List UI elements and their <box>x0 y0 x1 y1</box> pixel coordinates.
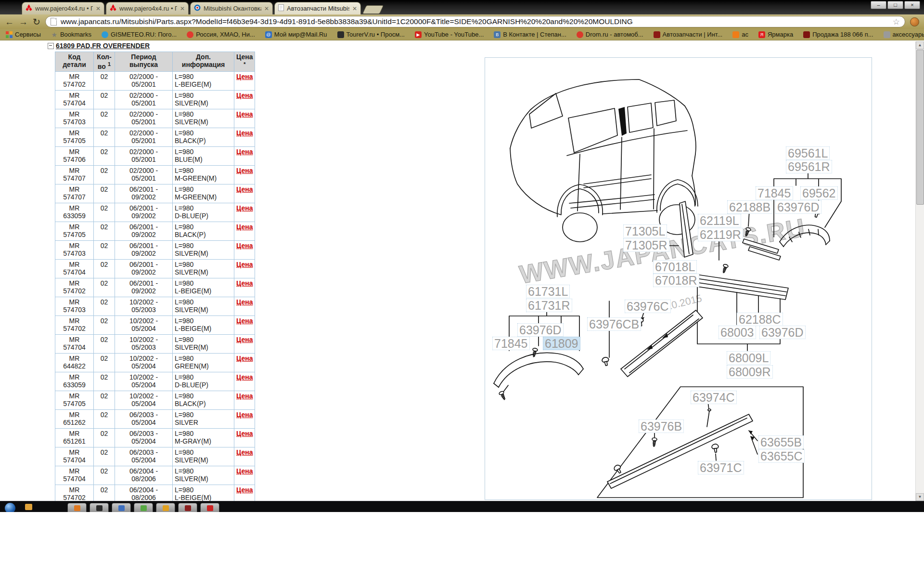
minimize-button[interactable]: – <box>871 1 886 9</box>
part-label-63974C[interactable]: 63974C <box>691 391 737 404</box>
close-button[interactable]: × <box>904 1 920 9</box>
reload-icon[interactable]: ↻ <box>33 17 40 26</box>
tab-close-icon[interactable]: ✕ <box>96 5 101 12</box>
part-label-62188C[interactable]: 62188C <box>737 313 783 326</box>
part-label-61731L[interactable]: 61731L <box>526 285 570 298</box>
bookmark-item-5[interactable]: @Мой мир@Mail.Ru <box>265 31 327 38</box>
price-link[interactable]: Цена <box>236 185 253 193</box>
price-link[interactable]: Цена <box>236 411 253 419</box>
price-link[interactable]: Цена <box>236 92 253 99</box>
price-link[interactable]: Цена <box>236 279 253 287</box>
scroll-down-icon[interactable]: ▼ <box>916 493 924 501</box>
scroll-up-icon[interactable]: ▲ <box>916 41 924 49</box>
price-link[interactable]: Цена <box>236 298 253 306</box>
part-label-69561L[interactable]: 69561L <box>786 146 830 160</box>
new-tab-button[interactable] <box>362 5 384 14</box>
bookmark-item-7[interactable]: ▶YouTube - YouTube... <box>415 31 484 38</box>
maximize-button[interactable]: □ <box>887 1 903 9</box>
part-label-62119L[interactable]: 62119L <box>698 214 741 227</box>
part-label-61731R[interactable]: 61731R <box>526 299 572 312</box>
bookmark-item-14[interactable]: аксессуары к прост... <box>884 31 924 38</box>
part-label-71845[interactable]: 71845 <box>492 337 530 350</box>
price-link[interactable]: Цена <box>236 148 253 156</box>
taskbar-tray-icon[interactable] <box>25 504 32 510</box>
tab-3[interactable]: Mitsubishi Окантовка✕ <box>190 2 273 14</box>
price-link[interactable]: Цена <box>236 204 253 212</box>
url-text[interactable]: www.japancats.ru/Mitsubishi/Parts.aspx?M… <box>61 17 889 26</box>
wrench-icon[interactable] <box>910 17 919 26</box>
bookmark-item-11[interactable]: ас <box>732 31 748 38</box>
part-label-71305L[interactable]: 71305L <box>623 224 667 238</box>
bookmark-item-8[interactable]: ВВ Контакте | Степан... <box>494 31 566 38</box>
taskbar-app-button-6[interactable] <box>178 503 197 512</box>
price-link[interactable]: Цена <box>236 448 253 456</box>
bookmark-item-1[interactable]: Сервисы <box>6 31 41 38</box>
part-label-63976C[interactable]: 63976C <box>625 300 671 313</box>
part-label-63976B[interactable]: 63976B <box>639 420 684 433</box>
bookmark-item-3[interactable]: GISMETEO.RU: Пого... <box>102 31 177 38</box>
part-label-68003[interactable]: 68003 <box>719 326 756 339</box>
part-label-67018R[interactable]: 67018R <box>653 274 699 287</box>
part-label-63655B[interactable]: 63655B <box>758 435 804 449</box>
price-link[interactable]: Цена <box>236 167 253 174</box>
taskbar-app-button-3[interactable] <box>112 503 131 512</box>
part-label-67018L[interactable]: 67018L <box>653 260 697 274</box>
part-label-62119R[interactable]: 62119R <box>698 228 743 241</box>
bookmark-item-13[interactable]: Продажа 188 066 п... <box>803 31 873 38</box>
price-link[interactable]: Цена <box>236 242 253 250</box>
part-label-63976D[interactable]: 63976D <box>775 200 821 214</box>
back-icon[interactable]: ← <box>5 17 14 26</box>
taskbar-app-button-4[interactable] <box>134 503 153 512</box>
part-label-68009R[interactable]: 68009R <box>727 365 773 379</box>
taskbar-app-button-2[interactable] <box>90 503 109 512</box>
price-link[interactable]: Цена <box>236 336 253 343</box>
price-link[interactable]: Цена <box>236 486 253 494</box>
part-label-69562[interactable]: 69562 <box>800 186 838 200</box>
start-button-icon[interactable] <box>5 503 15 512</box>
part-label-63976D[interactable]: 63976D <box>517 323 564 337</box>
bookmark-item-9[interactable]: Drom.ru - автомоб... <box>577 31 643 38</box>
tab-close-icon[interactable]: ✕ <box>180 5 185 12</box>
price-link[interactable]: Цена <box>236 430 253 437</box>
tab-close-icon[interactable]: ✕ <box>264 5 269 12</box>
url-bar[interactable]: www.japancats.ru/Mitsubishi/Parts.aspx?M… <box>45 16 905 27</box>
tree-collapse-icon[interactable] <box>48 43 54 49</box>
bookmark-item-10[interactable]: Автозапчасти | Инт... <box>654 31 723 38</box>
price-link[interactable]: Цена <box>236 317 253 325</box>
part-label-69561R[interactable]: 69561R <box>786 160 832 173</box>
price-link[interactable]: Цена <box>236 355 253 362</box>
part-label-61809-highlighted[interactable]: 61809 <box>543 337 580 350</box>
part-label-63655C[interactable]: 63655C <box>758 449 805 463</box>
part-label-62188B[interactable]: 62188B <box>727 200 772 214</box>
bookmark-item-6[interactable]: TourerV.ru • Просм... <box>337 31 405 38</box>
price-link[interactable]: Цена <box>236 223 253 231</box>
taskbar-app-button-7[interactable] <box>200 503 219 512</box>
price-link[interactable]: Цена <box>236 73 253 80</box>
bookmark-item-4[interactable]: Россия, ХМАО, Ни... <box>187 31 255 38</box>
price-link[interactable]: Цена <box>236 110 253 118</box>
taskbar-app-button-1[interactable] <box>67 503 87 512</box>
price-link[interactable]: Цена <box>236 467 253 475</box>
part-label-63976CB[interactable]: 63976CB <box>587 317 641 331</box>
tab-close-icon[interactable]: ✕ <box>352 5 357 12</box>
unit-link[interactable]: 61809 PAD,FR OVERFENDER <box>56 42 150 50</box>
taskbar-app-button-5[interactable] <box>156 503 175 512</box>
bookmark-item-2[interactable]: ★Bookmarks <box>51 31 91 38</box>
part-label-68009L[interactable]: 68009L <box>727 351 770 365</box>
tab-2[interactable]: www.pajero4x4.ru • Прос✕ <box>106 2 189 14</box>
bookmark-item-12[interactable]: ЯЯрмарка <box>758 31 793 38</box>
price-link[interactable]: Цена <box>236 373 253 381</box>
tab-1[interactable]: www.pajero4x4.ru • Прос✕ <box>22 2 104 14</box>
bookmark-star-icon[interactable]: ☆ <box>893 17 900 27</box>
price-link[interactable]: Цена <box>236 261 253 268</box>
part-label-63971C[interactable]: 63971C <box>698 461 744 474</box>
price-link[interactable]: Цена <box>236 392 253 400</box>
scrollbar-thumb[interactable] <box>916 50 924 205</box>
tab-4[interactable]: Автозапчасти Mitsubishi✕ <box>274 2 361 14</box>
part-label-63976D[interactable]: 63976D <box>759 326 806 339</box>
forward-icon[interactable]: → <box>19 17 28 26</box>
price-link[interactable]: Цена <box>236 129 253 137</box>
part-label-71305R[interactable]: 71305R <box>623 238 669 252</box>
part-label-71845[interactable]: 71845 <box>756 186 793 200</box>
page-scrollbar[interactable]: ▲ ▼ <box>915 41 924 501</box>
